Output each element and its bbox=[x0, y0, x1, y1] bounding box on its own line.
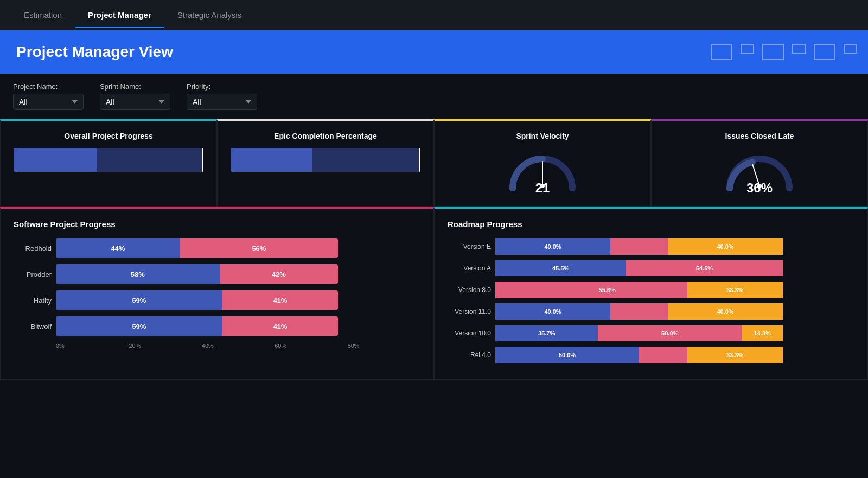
roadmap-label-rel-4: Rel 4.0 bbox=[448, 351, 491, 359]
hbar-row-prodder: Prodder 58% 42% bbox=[14, 264, 420, 284]
seg-version-8-red1 bbox=[495, 282, 527, 298]
software-progress-panel: Software Project Progress Redhold 44% 56… bbox=[0, 207, 434, 380]
seg-version-e-orange: 40.0% bbox=[668, 238, 783, 255]
sprint-velocity-label: 21 bbox=[535, 180, 550, 196]
kpi-issues-closed: Issues Closed Late 36% bbox=[651, 119, 868, 207]
kpi-overall-progress: Overall Project Progress 44% bbox=[0, 119, 217, 207]
project-name-select[interactable]: All bbox=[13, 94, 84, 110]
deco-rect-2 bbox=[741, 44, 754, 54]
hbar-track-redhold: 44% 56% bbox=[56, 238, 338, 258]
filter-project-name: Project Name: All bbox=[13, 82, 84, 110]
tab-estimation[interactable]: Estimation bbox=[11, 2, 75, 28]
hbar-seg-hatity-red: 41% bbox=[222, 290, 338, 310]
hbar-seg-prodder-red: 42% bbox=[220, 264, 338, 284]
sprint-name-select[interactable]: All bbox=[100, 94, 170, 110]
hbar-seg-bitwolf-red: 41% bbox=[222, 316, 338, 336]
tab-project-manager[interactable]: Project Manager bbox=[75, 2, 164, 28]
hbar-row-bitwolf: Bitwolf 59% 41% bbox=[14, 316, 420, 336]
roadmap-row-version-e: Version E 40.0% 40.0% bbox=[448, 238, 854, 255]
seg-version-a-red: 54.5% bbox=[626, 260, 783, 276]
deco-rect-3 bbox=[762, 44, 784, 60]
roadmap-track-version-10: 35.7% 50.0% 14.3% bbox=[495, 325, 783, 341]
kpi-overall-tick bbox=[202, 148, 203, 172]
hbar-seg-redhold-blue: 44% bbox=[56, 238, 180, 258]
hbar-seg-prodder-blue: 58% bbox=[56, 264, 220, 284]
kpi-epic-tick bbox=[419, 148, 420, 172]
software-progress-title: Software Project Progress bbox=[14, 219, 420, 229]
tab-strategic-analysis[interactable]: Strategic Analysis bbox=[164, 2, 254, 28]
deco-rect-4 bbox=[792, 44, 806, 54]
seg-version-8-orange: 33.3% bbox=[687, 282, 783, 298]
roadmap-track-rel-4: 50.0% 33.3% bbox=[495, 347, 783, 363]
roadmap-progress-title: Roadmap Progress bbox=[448, 219, 854, 229]
filter-project-label: Project Name: bbox=[13, 82, 84, 91]
axis-labels: 0% 20% 40% 60% 80% bbox=[56, 343, 420, 349]
roadmap-row-version-11: Version 11.0 40.0% 40.0% bbox=[448, 303, 854, 320]
filter-sprint-label: Sprint Name: bbox=[100, 82, 170, 91]
issues-closed-label: 36% bbox=[746, 180, 773, 196]
seg-rel-4-red bbox=[639, 347, 687, 363]
kpi-epic-bar: 43% bbox=[231, 148, 420, 172]
axis-80: 80% bbox=[348, 343, 420, 349]
hbar-track-bitwolf: 59% 41% bbox=[56, 316, 338, 336]
seg-version-8-red2: 55.6% bbox=[527, 282, 687, 298]
roadmap-progress-panel: Roadmap Progress Version E 40.0% 40.0% V… bbox=[434, 207, 868, 380]
hbar-seg-redhold-red: 56% bbox=[180, 238, 338, 258]
axis-20: 20% bbox=[129, 343, 201, 349]
seg-version-10-orange: 14.3% bbox=[742, 325, 783, 341]
axis-60: 60% bbox=[275, 343, 347, 349]
priority-select[interactable]: All bbox=[187, 94, 257, 110]
kpi-row: Overall Project Progress 44% Epic Comple… bbox=[0, 119, 868, 207]
software-progress-chart: Redhold 44% 56% Prodder 58% 42% Hatity 5… bbox=[14, 238, 420, 349]
hbar-track-hatity: 59% 41% bbox=[56, 290, 338, 310]
filter-sprint-name: Sprint Name: All bbox=[100, 82, 170, 110]
deco-rect-6 bbox=[844, 44, 857, 54]
seg-version-a-blue: 45.5% bbox=[495, 260, 626, 276]
kpi-overall-bar: 44% bbox=[14, 148, 203, 172]
kpi-sprint-velocity: Sprint Velocity 21 bbox=[434, 119, 651, 207]
header-banner: Project Manager View bbox=[0, 30, 868, 74]
kpi-epic-completion: Epic Completion Percentage 43% bbox=[217, 119, 434, 207]
kpi-sprint-title: Sprint Velocity bbox=[448, 132, 637, 140]
axis-40: 40% bbox=[202, 343, 275, 349]
hbar-row-redhold: Redhold 44% 56% bbox=[14, 238, 420, 258]
roadmap-row-version-a: Version A 45.5% 54.5% bbox=[448, 260, 854, 276]
roadmap-label-version-e: Version E bbox=[448, 243, 491, 250]
seg-rel-4-orange: 33.3% bbox=[687, 347, 783, 363]
filters-row: Project Name: All Sprint Name: All Prior… bbox=[0, 74, 868, 119]
roadmap-row-version-10: Version 10.0 35.7% 50.0% 14.3% bbox=[448, 325, 854, 341]
kpi-overall-title: Overall Project Progress bbox=[14, 132, 203, 140]
roadmap-track-version-11: 40.0% 40.0% bbox=[495, 303, 783, 320]
hbar-label-redhold: Redhold bbox=[14, 244, 52, 253]
banner-decoration bbox=[711, 44, 857, 60]
seg-version-e-red bbox=[610, 238, 668, 255]
seg-rel-4-blue: 50.0% bbox=[495, 347, 639, 363]
roadmap-chart: Version E 40.0% 40.0% Version A 45.5% 54… bbox=[448, 238, 854, 363]
tab-bar: Estimation Project Manager Strategic Ana… bbox=[0, 0, 868, 30]
roadmap-label-version-8: Version 8.0 bbox=[448, 286, 491, 294]
roadmap-track-version-a: 45.5% 54.5% bbox=[495, 260, 783, 276]
seg-version-11-red bbox=[610, 303, 668, 320]
filter-priority-label: Priority: bbox=[187, 82, 257, 91]
hbar-label-bitwolf: Bitwolf bbox=[14, 322, 52, 331]
hbar-label-hatity: Hatity bbox=[14, 296, 52, 305]
roadmap-track-version-8: 55.6% 33.3% bbox=[495, 282, 783, 298]
deco-rect-5 bbox=[814, 44, 835, 60]
bottom-row: Software Project Progress Redhold 44% 56… bbox=[0, 207, 868, 380]
hbar-seg-bitwolf-blue: 59% bbox=[56, 316, 222, 336]
filter-priority: Priority: All bbox=[187, 82, 257, 110]
hbar-label-prodder: Prodder bbox=[14, 270, 52, 279]
kpi-issues-title: Issues Closed Late bbox=[665, 132, 854, 140]
seg-version-e-blue: 40.0% bbox=[495, 238, 610, 255]
seg-version-10-red: 50.0% bbox=[598, 325, 742, 341]
roadmap-label-version-a: Version A bbox=[448, 264, 491, 272]
kpi-overall-fill bbox=[14, 148, 97, 172]
axis-0: 0% bbox=[56, 343, 129, 349]
seg-version-10-blue: 35.7% bbox=[495, 325, 598, 341]
hbar-seg-hatity-blue: 59% bbox=[56, 290, 222, 310]
deco-rect-1 bbox=[711, 44, 732, 60]
roadmap-label-version-10: Version 10.0 bbox=[448, 330, 491, 337]
page-title: Project Manager View bbox=[16, 43, 173, 61]
hbar-track-prodder: 58% 42% bbox=[56, 264, 338, 284]
seg-version-11-orange: 40.0% bbox=[668, 303, 783, 320]
